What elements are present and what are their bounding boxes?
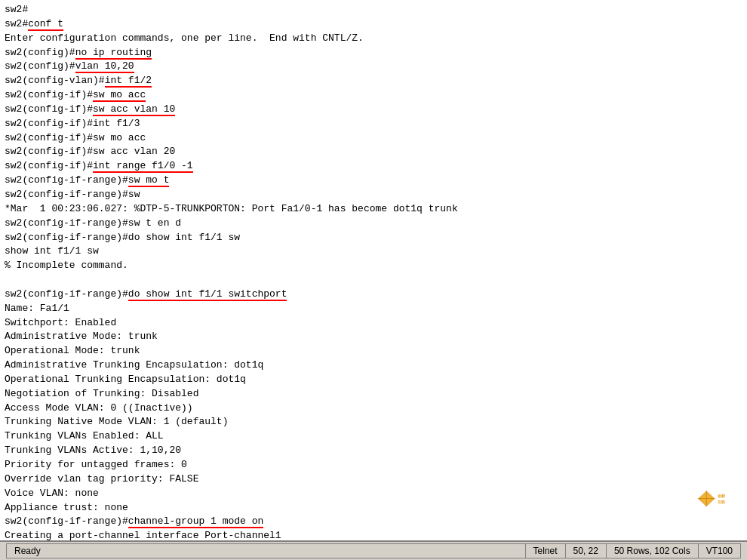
line-1: sw2# sw2#conf t Enter configuration comm… [5,4,458,540]
status-bar: Ready Telnet 50, 22 50 Rows, 102 Cols VT… [0,540,747,560]
terminal-output: sw2# sw2#conf t Enter configuration comm… [5,3,742,540]
svg-text:互联: 互联 [718,500,726,504]
status-terminal-type: VT100 [698,543,741,558]
ready-label: Ready [14,546,41,556]
position-label: 50, 22 [573,546,598,556]
status-ready: Ready [6,543,525,558]
terminal-body[interactable]: sw2# sw2#conf t Enter configuration comm… [0,0,747,540]
status-protocol: Telnet [525,543,565,558]
svg-text:创新: 创新 [717,494,726,498]
logo-watermark: 创新 互联 [679,480,739,518]
protocol-label: Telnet [533,546,558,556]
dimensions-label: 50 Rows, 102 Cols [614,546,690,556]
status-position: 50, 22 [565,543,606,558]
terminal-type-label: VT100 [706,546,733,556]
terminal-window: sw2# sw2#conf t Enter configuration comm… [0,0,747,560]
status-dimensions: 50 Rows, 102 Cols [606,543,698,558]
